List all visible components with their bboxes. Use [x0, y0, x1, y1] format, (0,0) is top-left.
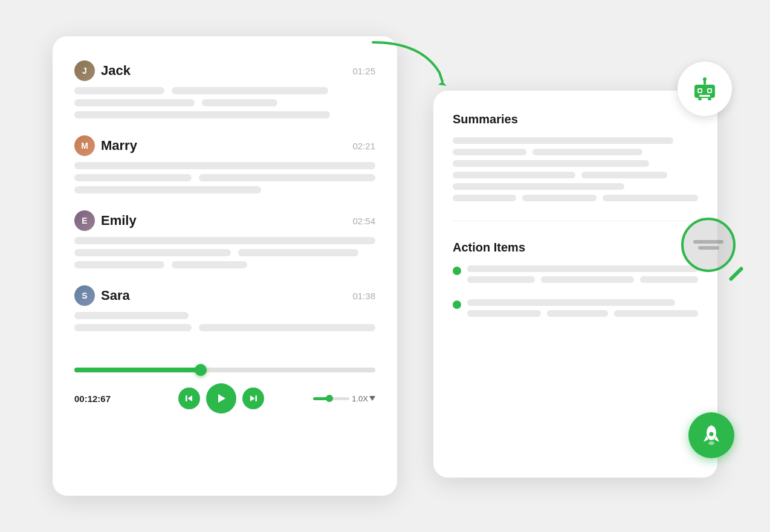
participant-jack: J Jack 01:25: [74, 60, 375, 118]
skel: [453, 195, 516, 201]
skel: [614, 310, 698, 317]
svg-point-21: [710, 432, 714, 436]
skel: [547, 310, 608, 317]
marry-timestamp: 02:21: [352, 141, 375, 151]
skel: [74, 111, 330, 118]
skel: [640, 276, 698, 283]
action-content-1: [467, 265, 698, 287]
action-items-title: Action Items: [453, 241, 698, 255]
arrow-connector: [361, 36, 458, 99]
avatar-marry: M: [74, 135, 95, 156]
sara-timestamp: 01:38: [352, 291, 375, 301]
participant-sara: S Sara 01:38: [74, 285, 375, 331]
participant-sara-header: S Sara 01:38: [74, 285, 375, 306]
robot-icon: [690, 74, 720, 104]
skel: [74, 174, 192, 181]
skel: [74, 162, 375, 169]
jack-name-label: Jack: [101, 63, 131, 79]
action-item-2: [453, 299, 698, 321]
speed-label[interactable]: 1.0X: [352, 394, 375, 403]
skel-row: [467, 310, 698, 317]
participant-emily-header: E Emily 02:54: [74, 210, 375, 231]
controls-center: [129, 383, 313, 414]
emily-skel-row3: [74, 261, 375, 268]
avatar-sara: S: [74, 285, 95, 306]
skel: [172, 87, 328, 94]
skel: [467, 299, 675, 306]
skip-forward-icon: [248, 394, 258, 403]
skel: [453, 149, 526, 155]
skel: [581, 172, 667, 178]
skel-row: [453, 195, 698, 201]
participant-marry: M Marry 02:21: [74, 135, 375, 193]
magnify-inner: [693, 240, 723, 250]
left-card: J Jack 01:25 M Marry 02:21: [53, 36, 397, 496]
skel: [603, 195, 698, 201]
skel: [453, 172, 575, 178]
skel: [453, 183, 624, 190]
skip-back-button[interactable]: [178, 388, 200, 409]
player-controls: 00:12:67: [74, 383, 375, 414]
participant-sara-name: S Sara: [74, 285, 130, 306]
marry-name-label: Marry: [101, 138, 137, 154]
skel: [467, 310, 541, 317]
skip-back-icon: [184, 394, 194, 403]
skel-row: [453, 149, 698, 155]
rocket-icon: [699, 423, 724, 448]
participant-jack-name: J Jack: [74, 60, 131, 81]
skel: [74, 249, 231, 256]
skel: [467, 265, 698, 272]
svg-point-9: [703, 77, 707, 81]
participant-emily: E Emily 02:54: [74, 210, 375, 268]
svg-marker-5: [250, 395, 255, 401]
action-dot-1: [453, 267, 461, 275]
action-item-1: [453, 265, 698, 287]
skel: [453, 160, 649, 167]
progress-thumb[interactable]: [195, 364, 207, 376]
summaries-title: Summaries: [453, 112, 698, 126]
svg-marker-6: [369, 396, 375, 401]
time-display: 00:12:67: [74, 394, 129, 404]
scene: J Jack 01:25 M Marry 02:21: [53, 18, 717, 514]
action-items-section: Action Items: [453, 241, 698, 321]
skel-row: [453, 172, 698, 178]
right-card: Summaries: [433, 91, 717, 478]
action-dot-2: [453, 300, 461, 309]
skel: [74, 237, 375, 244]
svg-point-13: [708, 89, 711, 92]
skel: [74, 87, 164, 94]
speed-value: 1.0X: [352, 394, 368, 403]
svg-marker-3: [218, 394, 225, 403]
sara-name-label: Sara: [101, 288, 130, 303]
skel: [74, 312, 189, 319]
player-section: 00:12:67: [74, 355, 375, 414]
play-button[interactable]: [206, 383, 236, 414]
participant-emily-name: E Emily: [74, 210, 137, 231]
magnify-handle: [728, 266, 743, 281]
progress-bar[interactable]: [74, 368, 375, 372]
skel: [199, 174, 375, 181]
skel: [74, 186, 261, 193]
participant-jack-header: J Jack 01:25: [74, 60, 375, 81]
magnify-badge: [681, 218, 736, 272]
speed-area: 1.0X: [313, 394, 375, 403]
svg-marker-2: [187, 395, 192, 401]
avatar-emily: E: [74, 210, 95, 231]
participant-marry-header: M Marry 02:21: [74, 135, 375, 156]
svg-point-22: [708, 441, 714, 445]
skel: [698, 246, 719, 250]
speed-slider[interactable]: [313, 397, 349, 400]
participant-marry-name: M Marry: [74, 135, 137, 156]
skel: [522, 195, 597, 201]
skel: [532, 149, 643, 155]
rocket-badge: [688, 412, 734, 458]
svg-marker-0: [438, 82, 447, 86]
avatar-jack: J: [74, 60, 95, 81]
svg-rect-14: [699, 95, 710, 97]
skel: [467, 276, 535, 283]
emily-name-label: Emily: [101, 213, 137, 229]
skip-forward-button[interactable]: [242, 388, 264, 409]
skel: [202, 99, 277, 106]
svg-rect-4: [255, 395, 257, 401]
jack-skel-row2: [74, 99, 375, 106]
